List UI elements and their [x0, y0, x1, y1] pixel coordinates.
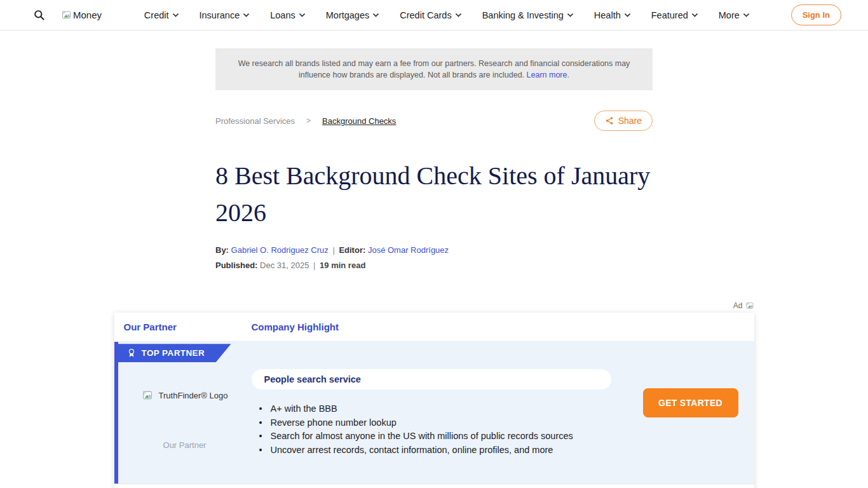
chevron-down-icon [455, 11, 461, 17]
main-navigation: Credit Insurance Loans Mortgages Credit … [144, 10, 749, 20]
breadcrumb-parent[interactable]: Professional Services [215, 116, 295, 126]
advertiser-disclosure: We research all brands listed and may ea… [215, 48, 653, 90]
highlight-bullet: Uncover arrest records, contact informat… [259, 444, 611, 458]
top-partner-row: TOP PARTNER TruthFinder® Log [114, 342, 754, 484]
partner-logo[interactable]: TruthFinder® Logo [142, 390, 228, 401]
broken-image-icon [61, 10, 72, 20]
column-header-company-highlight: Company Highlight [252, 322, 339, 332]
site-logo[interactable]: Money [61, 10, 102, 20]
read-time: 19 min read [320, 261, 365, 270]
chevron-down-icon [299, 11, 305, 17]
partner-logo-alt-text: TruthFinder® Logo [159, 391, 228, 400]
nav-item-mortgages[interactable]: Mortgages [326, 10, 379, 20]
sign-in-button[interactable]: Sign In [791, 4, 841, 25]
breadcrumb-separator-icon: > [306, 116, 311, 125]
cta-cell: GET STARTED [643, 369, 754, 457]
highlight-bullet: A+ with the BBB [259, 402, 611, 416]
partner-table-zone: Ad Our Partner Company Highlight [114, 301, 754, 488]
chevron-down-icon [243, 11, 250, 17]
award-ribbon-icon [127, 348, 136, 358]
share-button[interactable]: Share [594, 111, 653, 131]
disclosure-text: We research all brands listed and may ea… [238, 59, 630, 79]
nav-item-credit[interactable]: Credit [144, 10, 178, 20]
chevron-down-icon [567, 11, 573, 17]
get-started-button[interactable]: GET STARTED [643, 388, 738, 417]
chevron-down-icon [172, 11, 179, 17]
nav-item-credit-cards[interactable]: Credit Cards [400, 10, 460, 20]
nav-item-more[interactable]: More [719, 10, 749, 20]
byline: By: Gabriel O. Rodriguez Cruz | Editor: … [215, 245, 653, 255]
nav-item-insurance[interactable]: Insurance [200, 10, 249, 20]
top-partner-label: TOP PARTNER [142, 348, 205, 358]
partner-caption: Our Partner [163, 440, 207, 450]
article-header-column: We research all brands listed and may ea… [215, 48, 653, 270]
highlight-pill: People search service [252, 369, 611, 390]
ad-label: Ad [733, 301, 743, 310]
author-link[interactable]: Gabriel O. Rodriguez Cruz [231, 245, 329, 255]
chevron-down-icon [691, 11, 698, 17]
breadcrumb: Professional Services > Background Check… [215, 116, 396, 126]
share-icon [605, 116, 614, 125]
top-partner-content: TruthFinder® Logo Our Partner People sea… [118, 369, 754, 457]
editor-link[interactable]: José Omar Rodríguez [368, 245, 449, 255]
breadcrumb-row: Professional Services > Background Check… [215, 109, 653, 132]
logo-alt-text: Money [73, 10, 102, 20]
nav-item-health[interactable]: Health [594, 10, 630, 20]
company-highlight-cell: People search service A+ with the BBB Re… [252, 369, 643, 457]
chevron-down-icon [624, 11, 630, 17]
nav-item-featured[interactable]: Featured [651, 10, 697, 20]
column-header-our-partner: Our Partner [114, 322, 252, 332]
learn-more-link[interactable]: Learn more [527, 71, 567, 79]
table-header-row: Our Partner Company Highlight [114, 313, 754, 342]
chevron-down-icon [743, 11, 749, 17]
nav-item-loans[interactable]: Loans [270, 10, 304, 20]
highlight-bullet: Reverse phone number lookup [259, 416, 611, 430]
published-line: Published: Dec 31, 2025 | 19 min read [215, 261, 653, 270]
breadcrumb-current[interactable]: Background Checks [322, 116, 396, 126]
highlight-bullet-list: A+ with the BBB Reverse phone number loo… [259, 402, 611, 457]
share-label: Share [618, 116, 642, 126]
top-navigation-bar: Money Credit Insurance Loans Mortgages C… [0, 0, 868, 30]
highlight-bullet: Search for almost anyone in the US with … [259, 430, 611, 444]
partner-logo-cell: TruthFinder® Logo Our Partner [118, 369, 252, 457]
broken-image-icon [745, 301, 754, 310]
published-date: Dec 31, 2025 [260, 261, 309, 270]
partner-comparison-table: Our Partner Company Highlight TOP PARTNE… [114, 313, 754, 488]
search-icon[interactable] [31, 7, 47, 24]
chevron-down-icon [373, 11, 379, 17]
nav-item-banking-investing[interactable]: Banking & Investing [482, 10, 573, 20]
top-partner-banner: TOP PARTNER [118, 344, 231, 362]
ad-marker: Ad [114, 301, 754, 311]
next-partner-row-partial [114, 484, 754, 488]
broken-image-icon [142, 390, 153, 401]
page-title: 8 Best Background Check Sites of January… [215, 158, 653, 231]
